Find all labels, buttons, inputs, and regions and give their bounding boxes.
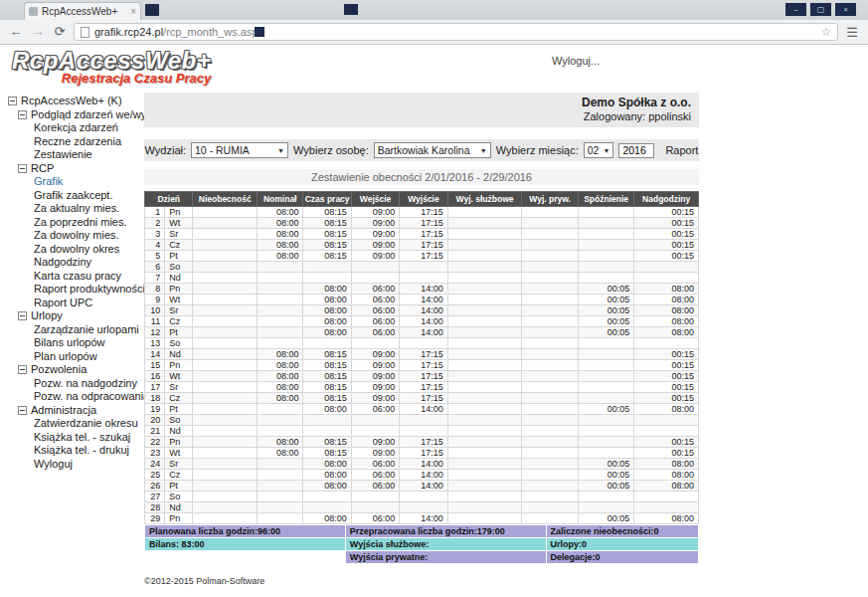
tree-group[interactable]: Podgląd zdarzeń we/wy bbox=[18, 108, 144, 122]
sidebar-item[interactable]: Karta czasu pracy bbox=[34, 270, 144, 284]
sidebar-item-label: Korekcja zdarzeń bbox=[34, 121, 118, 135]
window-maximize-button[interactable]: ▢ bbox=[810, 3, 831, 16]
work-time: 08:15 bbox=[303, 251, 351, 262]
business-exit bbox=[447, 305, 522, 316]
exit-time: 14:00 bbox=[400, 327, 447, 338]
sidebar-item-label: Za aktualny mies. bbox=[34, 202, 119, 216]
sidebar-item[interactable]: Pozw. na odpracowania bbox=[34, 390, 144, 404]
tab-close-icon[interactable]: × bbox=[130, 7, 136, 17]
private-exit bbox=[522, 284, 579, 295]
refresh-button[interactable]: ⟳ bbox=[52, 24, 68, 40]
tree-collapse-icon[interactable] bbox=[18, 110, 27, 119]
sidebar-item[interactable]: Wyloguj bbox=[34, 458, 144, 472]
tree-collapse-icon[interactable] bbox=[18, 311, 27, 320]
sidebar-item[interactable]: Korekcja zdarzeń bbox=[34, 121, 144, 135]
department-select[interactable]: 10 - RUMIA ▼ bbox=[191, 142, 288, 158]
sidebar-item[interactable]: Zestawienie bbox=[34, 148, 144, 162]
tree-group[interactable]: Urlopy bbox=[18, 309, 144, 323]
sidebar-item[interactable]: Pozw. na nadgodziny bbox=[34, 377, 144, 391]
day-number: 23 bbox=[145, 448, 165, 459]
url-domain: grafik.rcp24.pl bbox=[94, 26, 163, 38]
person-select[interactable]: Bartkowiak Karolina ▼ bbox=[374, 142, 491, 158]
tree-collapse-icon[interactable] bbox=[18, 164, 27, 173]
tree-collapse-icon[interactable] bbox=[8, 97, 17, 105]
sidebar-item[interactable]: Raport UPC bbox=[34, 297, 144, 310]
forward-button[interactable]: → bbox=[30, 24, 46, 40]
sidebar-item[interactable]: Plan urlopów bbox=[34, 350, 144, 364]
sidebar-item[interactable]: Książka tel. - szukaj bbox=[34, 431, 144, 445]
tree-root[interactable]: RcpAccessWeb+ (K) bbox=[8, 95, 144, 108]
sidebar-item[interactable]: Za aktualny mies. bbox=[34, 202, 144, 216]
menu-icon[interactable]: ☰ bbox=[844, 25, 860, 40]
exit-time: 14:00 bbox=[400, 305, 447, 316]
sidebar-item[interactable]: Zarządzanie urlopami bbox=[34, 323, 144, 337]
year-input[interactable] bbox=[618, 143, 654, 158]
overtime bbox=[634, 502, 699, 513]
favicon-icon bbox=[29, 7, 38, 16]
sidebar-item[interactable]: Zatwierdzanie okresu bbox=[34, 417, 144, 431]
private-exit bbox=[522, 382, 579, 393]
report-button[interactable]: Raport bbox=[665, 144, 698, 156]
day-number: 22 bbox=[145, 437, 165, 448]
new-tab-button[interactable] bbox=[145, 4, 159, 16]
table-row: 8Pn08:0006:0014:0000:0508:00 bbox=[145, 284, 699, 295]
sidebar-item[interactable]: Grafik zaakcept. bbox=[34, 189, 144, 203]
sidebar-item[interactable]: Grafik bbox=[34, 175, 144, 189]
work-time bbox=[303, 338, 351, 349]
lateness bbox=[578, 262, 634, 273]
nominal bbox=[258, 338, 303, 349]
lateness: 00:05 bbox=[578, 481, 634, 492]
sidebar-item[interactable]: Za dowolny okres bbox=[34, 243, 144, 257]
back-button[interactable]: ← bbox=[8, 24, 24, 40]
work-time: 08:00 bbox=[303, 513, 351, 524]
tree-group[interactable]: Administracja bbox=[18, 404, 144, 418]
absence bbox=[193, 360, 258, 371]
sidebar-item[interactable]: Bilans urlopów bbox=[34, 336, 144, 350]
business-exit bbox=[447, 229, 522, 240]
url-text[interactable]: grafik.rcp24.pl/rcp_month_ws.aspx bbox=[94, 26, 816, 38]
entry-time: 06:00 bbox=[351, 481, 399, 492]
sidebar-item-label: Nadgodziny bbox=[34, 256, 91, 270]
tree-collapse-icon[interactable] bbox=[18, 365, 27, 374]
work-time bbox=[303, 426, 351, 437]
tree-group-label: Urlopy bbox=[31, 309, 63, 323]
browser-tab[interactable]: RcpAccessWeb+ × bbox=[24, 2, 141, 20]
sidebar-item-label: Karta czasu pracy bbox=[34, 270, 121, 284]
sidebar-item[interactable]: Raport produktywności bbox=[34, 283, 144, 297]
logout-link[interactable]: Wyloguj... bbox=[552, 55, 600, 67]
tab-strip-artifact-icon bbox=[344, 4, 358, 15]
day-number: 2 bbox=[145, 218, 165, 229]
table-row: 22Pn08:0008:1509:0017:1500:15 bbox=[145, 437, 699, 448]
table-row: 29Pn08:0006:0014:0000:0508:00 bbox=[145, 513, 699, 524]
report-table-body: 1Pn08:0008:1509:0017:1500:152Wt08:0008:1… bbox=[145, 207, 699, 524]
window-close-button[interactable]: × bbox=[835, 3, 856, 16]
nominal bbox=[258, 404, 303, 415]
sidebar-item[interactable]: Za poprzedni mies. bbox=[34, 216, 144, 230]
tree-group[interactable]: Pozwolenia bbox=[18, 363, 144, 377]
sidebar-item[interactable]: Nadgodziny bbox=[34, 256, 144, 270]
month-select-value: 02 bbox=[588, 144, 600, 156]
table-row: 24Sr08:0006:0014:0000:0508:00 bbox=[145, 459, 699, 470]
person-label: Wybierz osobę: bbox=[293, 144, 369, 156]
window-minimize-button[interactable]: – bbox=[785, 3, 806, 16]
sidebar-item-label: Książka tel. - szukaj bbox=[34, 431, 130, 445]
sidebar-item[interactable]: Książka tel. - drukuj bbox=[34, 444, 144, 458]
sidebar-item[interactable]: Reczne zdarzenia bbox=[34, 135, 144, 149]
sidebar-item[interactable]: Za dowolny mies. bbox=[34, 229, 144, 243]
table-row: 15Pn08:0008:1509:0017:1500:15 bbox=[145, 360, 699, 371]
address-bar[interactable]: grafik.rcp24.pl/rcp_month_ws.aspx ☆ bbox=[74, 23, 838, 41]
bookmark-star-icon[interactable]: ☆ bbox=[821, 25, 832, 39]
tree-group[interactable]: RCP bbox=[18, 162, 144, 176]
exit-time: 17:15 bbox=[400, 251, 447, 262]
day-of-week: Wt bbox=[165, 371, 193, 382]
logged-in-user: Zalogowany: ppolinski bbox=[152, 110, 691, 123]
work-time: 08:15 bbox=[303, 371, 351, 382]
work-time: 08:15 bbox=[303, 382, 351, 393]
month-select[interactable]: 02 ▼ bbox=[584, 142, 614, 158]
exit-time bbox=[400, 502, 447, 513]
tree-collapse-icon[interactable] bbox=[18, 406, 27, 415]
overtime: 00:15 bbox=[634, 229, 699, 240]
day-number: 16 bbox=[145, 371, 165, 382]
table-row: 18Cz08:0008:1509:0017:1500:15 bbox=[145, 393, 699, 404]
day-number: 15 bbox=[145, 360, 165, 371]
